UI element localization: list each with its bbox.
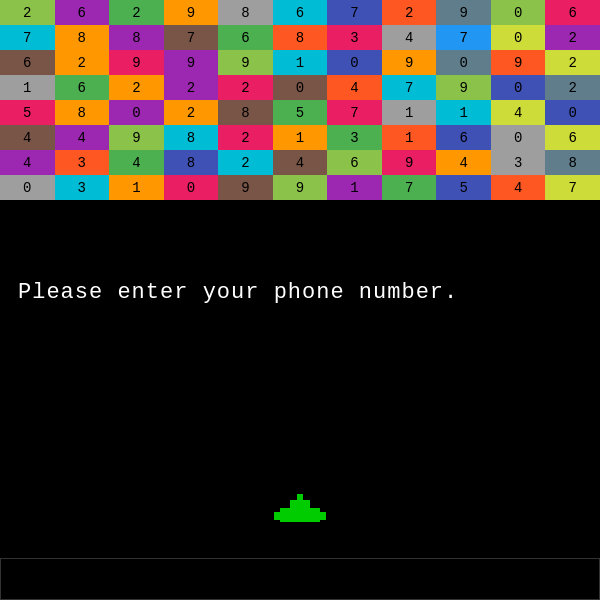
grid-cell: 6 — [545, 125, 600, 150]
grid-cell: 8 — [218, 100, 273, 125]
grid-cell: 9 — [382, 50, 437, 75]
game-section: Please enter your phone number. — [0, 200, 600, 600]
grid-cell: 4 — [55, 125, 110, 150]
grid-cell: 2 — [218, 150, 273, 175]
grid-cell: 9 — [109, 50, 164, 75]
grid-cell: 4 — [0, 150, 55, 175]
grid-cell: 8 — [109, 25, 164, 50]
grid-cell: 8 — [218, 0, 273, 25]
grid-cell: 2 — [109, 0, 164, 25]
grid-cell: 6 — [55, 0, 110, 25]
grid-cell: 7 — [327, 100, 382, 125]
svg-rect-0 — [280, 508, 320, 522]
grid-cell: 6 — [327, 150, 382, 175]
grid-cell: 1 — [436, 100, 491, 125]
grid-cell: 0 — [545, 100, 600, 125]
grid-cell: 0 — [491, 25, 546, 50]
grid-cell: 6 — [436, 125, 491, 150]
tank — [270, 490, 330, 530]
grid-cell: 8 — [55, 100, 110, 125]
grid-cell: 3 — [491, 150, 546, 175]
grid-cell: 1 — [273, 50, 328, 75]
grid-cell: 8 — [164, 125, 219, 150]
grid-cell: 4 — [382, 25, 437, 50]
grid-cell: 2 — [218, 75, 273, 100]
grid-cell: 9 — [218, 50, 273, 75]
grid-cell: 9 — [218, 175, 273, 200]
grid-cell: 1 — [382, 100, 437, 125]
grid-cell: 2 — [218, 125, 273, 150]
svg-rect-4 — [318, 512, 326, 520]
grid-cell: 0 — [273, 75, 328, 100]
grid-cell: 1 — [0, 75, 55, 100]
grid-cell: 4 — [109, 150, 164, 175]
grid-cell: 0 — [164, 175, 219, 200]
grid-cell: 9 — [109, 125, 164, 150]
grid-cell: 1 — [273, 125, 328, 150]
grid-cell: 7 — [382, 75, 437, 100]
grid-cell: 6 — [0, 50, 55, 75]
grid-cell: 4 — [327, 75, 382, 100]
grid-cell: 8 — [164, 150, 219, 175]
grid-cell: 2 — [545, 75, 600, 100]
grid-cell: 1 — [109, 175, 164, 200]
grid-cell: 4 — [0, 125, 55, 150]
grid-cell: 8 — [55, 25, 110, 50]
grid-cell: 6 — [218, 25, 273, 50]
grid-cell: 9 — [382, 150, 437, 175]
grid-cell: 0 — [491, 125, 546, 150]
grid-cell: 0 — [491, 75, 546, 100]
grid-cell: 7 — [0, 25, 55, 50]
grid-cell: 6 — [273, 0, 328, 25]
grid-cell: 6 — [545, 0, 600, 25]
grid-cell: 5 — [436, 175, 491, 200]
grid-cell: 9 — [491, 50, 546, 75]
input-bar[interactable] — [0, 558, 600, 600]
grid-cell: 8 — [545, 150, 600, 175]
grid-cell: 2 — [0, 0, 55, 25]
grid-cell: 7 — [382, 175, 437, 200]
grid-cell: 2 — [109, 75, 164, 100]
grid-cell: 7 — [164, 25, 219, 50]
grid-cell: 3 — [327, 25, 382, 50]
grid-cell: 7 — [436, 25, 491, 50]
grid-cell: 0 — [436, 50, 491, 75]
grid-cell: 0 — [491, 0, 546, 25]
grid-cell: 4 — [273, 150, 328, 175]
grid-cell: 8 — [273, 25, 328, 50]
grid-cell: 2 — [164, 100, 219, 125]
grid-cell: 0 — [109, 100, 164, 125]
svg-rect-2 — [297, 494, 303, 502]
grid-cell: 2 — [545, 25, 600, 50]
grid-cell: 3 — [327, 125, 382, 150]
grid-cell: 9 — [436, 75, 491, 100]
grid-cell: 1 — [327, 175, 382, 200]
grid-cell: 4 — [491, 100, 546, 125]
prompt-text: Please enter your phone number. — [18, 280, 458, 305]
grid-cell: 2 — [382, 0, 437, 25]
svg-rect-3 — [274, 512, 282, 520]
grid-cell: 6 — [55, 75, 110, 100]
grid-cell: 1 — [382, 125, 437, 150]
phone-input[interactable] — [9, 570, 591, 588]
grid-section: 2629867290678876834702629991090921622204… — [0, 0, 600, 200]
grid-cell: 3 — [55, 175, 110, 200]
grid-cell: 7 — [545, 175, 600, 200]
grid-cell: 0 — [0, 175, 55, 200]
grid-cell: 9 — [164, 50, 219, 75]
grid-cell: 5 — [273, 100, 328, 125]
grid-cell: 2 — [164, 75, 219, 100]
grid-cell: 0 — [327, 50, 382, 75]
grid-cell: 7 — [327, 0, 382, 25]
grid-cell: 9 — [164, 0, 219, 25]
grid-cell: 9 — [273, 175, 328, 200]
grid-cell: 4 — [436, 150, 491, 175]
grid-cell: 3 — [55, 150, 110, 175]
grid-cell: 9 — [436, 0, 491, 25]
grid-cell: 4 — [491, 175, 546, 200]
grid-cell: 2 — [545, 50, 600, 75]
grid-cell: 5 — [0, 100, 55, 125]
grid-cell: 2 — [55, 50, 110, 75]
